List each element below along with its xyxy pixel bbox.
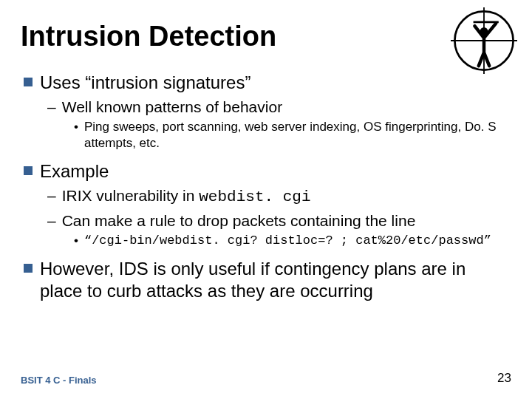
code-text: webdist. cgi <box>199 188 310 205</box>
slide-title: Intrusion Detection <box>21 21 511 52</box>
slide-footer: BSIT 4 C - Finals 23 <box>21 371 511 386</box>
dot-bullet-icon: • <box>74 119 78 135</box>
bullet-level1: Uses “intrusion signatures” <box>24 72 511 94</box>
code-text: “/cgi-bin/webdist. cgi? distloc=? ; cat%… <box>84 233 491 249</box>
bullet-level3: • Ping sweeps, port scanning, web server… <box>24 119 511 151</box>
footer-label: BSIT 4 C - Finals <box>21 375 97 386</box>
bullet-text: Uses “intrusion signatures” <box>40 72 250 94</box>
bullet-level1: Example <box>24 160 511 183</box>
dash-bullet-icon: – <box>47 185 56 205</box>
text-fragment: IRIX vulnerability in <box>62 187 200 204</box>
bullet-text: Ping sweeps, port scanning, web server i… <box>84 119 511 151</box>
dash-bullet-icon: – <box>47 211 56 231</box>
bullet-level2: – IRIX vulnerability in webdist. cgi <box>24 185 511 207</box>
bullet-level3: • “/cgi-bin/webdist. cgi? distloc=? ; ca… <box>24 233 511 249</box>
bullet-level2: – Well known patterns of behavior <box>24 97 511 117</box>
dot-bullet-icon: • <box>74 233 78 249</box>
dash-bullet-icon: – <box>47 97 56 117</box>
bullet-level1: However, IDS is only useful if contingen… <box>24 258 511 302</box>
page-number: 23 <box>497 371 511 386</box>
bullet-text: However, IDS is only useful if contingen… <box>40 258 511 302</box>
square-bullet-icon <box>24 264 33 273</box>
crosshair-logo <box>451 7 517 74</box>
square-bullet-icon <box>24 166 33 175</box>
bullet-text: IRIX vulnerability in webdist. cgi <box>62 185 311 207</box>
square-bullet-icon <box>24 78 33 86</box>
bullet-level2: – Can make a rule to drop packets contai… <box>24 211 511 231</box>
bullet-text: Can make a rule to drop packets containi… <box>62 211 416 231</box>
bullet-text: Well known patterns of behavior <box>62 97 282 117</box>
bullet-text: Example <box>40 160 109 183</box>
slide-content: Uses “intrusion signatures” – Well known… <box>21 72 511 302</box>
